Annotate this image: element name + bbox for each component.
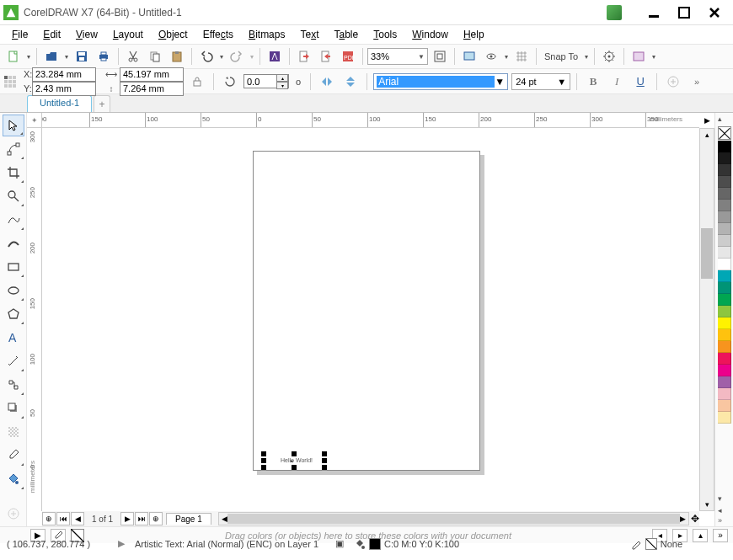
color-swatch[interactable] — [718, 282, 731, 294]
hscroll-thumb[interactable] — [227, 514, 680, 524]
preview-dropdown[interactable]: ▾ — [503, 53, 510, 61]
ellipse-tool[interactable] — [3, 280, 24, 301]
palette-scroll-up[interactable]: ▴ — [718, 115, 722, 123]
color-swatch[interactable] — [718, 365, 731, 376]
new-button[interactable] — [3, 46, 24, 67]
text-tool[interactable]: A — [3, 327, 24, 349]
palette-scroll-down[interactable]: ▾ — [718, 494, 722, 503]
color-swatch[interactable] — [718, 211, 731, 223]
publish-pdf-button[interactable]: PDF — [338, 46, 358, 67]
add-page-button[interactable]: ⊕ — [42, 512, 56, 525]
zoom-combo[interactable]: 33%▼ — [367, 48, 428, 65]
freehand-tool[interactable] — [3, 209, 24, 231]
color-swatch[interactable] — [718, 247, 731, 259]
menu-view[interactable]: View — [69, 27, 104, 42]
sel-handle[interactable] — [261, 465, 266, 470]
italic-button[interactable]: I — [607, 72, 627, 92]
fill-indicator[interactable]: C:0 M:0 Y:0 K:100 — [354, 538, 459, 550]
zoom-tool[interactable] — [3, 185, 24, 207]
menu-layout[interactable]: Layout — [106, 27, 150, 42]
show-grid-button[interactable] — [511, 46, 532, 67]
color-swatch[interactable] — [718, 294, 731, 306]
crop-tool[interactable] — [3, 162, 24, 184]
sel-handle[interactable] — [322, 465, 327, 470]
color-swatch[interactable] — [718, 259, 731, 270]
eyedropper-tool[interactable] — [3, 445, 24, 467]
interactive-fill-tool[interactable] — [3, 468, 24, 490]
close-button[interactable] — [699, 1, 730, 24]
ruler-origin[interactable]: ✦ — [27, 113, 42, 128]
color-swatch[interactable] — [718, 400, 731, 412]
sel-handle[interactable] — [292, 465, 297, 470]
menu-edit[interactable]: Edit — [36, 27, 67, 42]
app-launcher-button[interactable] — [629, 46, 649, 67]
connector-tool[interactable] — [3, 374, 24, 396]
color-swatch[interactable] — [718, 152, 731, 164]
sel-handle[interactable] — [322, 451, 327, 456]
menu-help[interactable]: Help — [457, 27, 491, 42]
options-button[interactable] — [599, 46, 619, 67]
sel-handle[interactable] — [322, 458, 327, 463]
print-button[interactable] — [94, 46, 114, 67]
copy-button[interactable] — [145, 46, 165, 67]
undo-button[interactable] — [196, 46, 217, 67]
pick-tool[interactable] — [3, 115, 24, 136]
underline-button[interactable]: U — [630, 72, 650, 92]
new-dropdown[interactable]: ▾ — [25, 53, 32, 61]
add-button[interactable] — [663, 72, 683, 92]
show-rulers-button[interactable] — [481, 46, 501, 67]
color-swatch[interactable] — [718, 141, 731, 152]
menu-window[interactable]: Window — [405, 27, 455, 42]
menu-effects[interactable]: Effects — [196, 27, 240, 42]
overflow-button[interactable]: » — [687, 72, 707, 92]
sel-handle[interactable] — [261, 458, 266, 463]
view-nav-button[interactable]: ▶ — [699, 113, 714, 128]
search-content-button[interactable] — [265, 46, 285, 67]
last-page-button[interactable]: ⏭ — [135, 512, 148, 525]
h-input[interactable]: 7.264 mm — [120, 82, 184, 96]
vscroll-down[interactable]: ▾ — [700, 499, 714, 510]
font-combo[interactable]: Arial ▼ — [373, 73, 508, 90]
color-swatch[interactable] — [718, 329, 731, 341]
add-doc-tab[interactable]: + — [94, 95, 110, 112]
outline-indicator[interactable]: None — [630, 538, 682, 550]
color-swatch[interactable] — [718, 412, 731, 424]
import-button[interactable] — [294, 46, 314, 67]
fullscreen-preview-button[interactable] — [459, 46, 479, 67]
open-dropdown[interactable]: ▾ — [63, 53, 70, 61]
maximize-button[interactable] — [669, 1, 699, 24]
menu-text[interactable]: Text — [293, 27, 325, 42]
color-swatch[interactable] — [718, 188, 731, 200]
vertical-scrollbar[interactable]: ▴ ▾ — [699, 128, 714, 511]
y-input[interactable]: 2.43 mm — [32, 82, 96, 96]
color-swatch[interactable] — [718, 376, 731, 388]
vscroll-up[interactable]: ▴ — [700, 129, 714, 141]
first-page-button[interactable]: ⏮ — [56, 512, 70, 525]
lock-ratio-button[interactable] — [187, 72, 207, 92]
bold-button[interactable]: B — [583, 72, 603, 92]
navigator-button[interactable]: ✥ — [691, 513, 699, 525]
status-snap-icon[interactable]: ▣ — [335, 538, 344, 549]
mirror-v-button[interactable] — [340, 72, 361, 92]
artistic-text-object[interactable]: Hello World! — [281, 456, 313, 464]
zoom-fit-button[interactable] — [430, 46, 450, 67]
color-swatch[interactable] — [718, 235, 731, 247]
page-tab[interactable]: Page 1 — [166, 513, 211, 525]
color-swatch[interactable] — [718, 388, 731, 400]
add-page-after-button[interactable]: ⊕ — [149, 512, 163, 525]
color-swatch[interactable] — [718, 270, 731, 282]
color-swatch[interactable] — [718, 317, 731, 329]
quick-customize-button[interactable] — [3, 503, 24, 525]
menu-object[interactable]: Object — [152, 27, 195, 42]
redo-button[interactable] — [227, 46, 247, 67]
menu-file[interactable]: File — [5, 27, 35, 42]
cut-button[interactable] — [123, 46, 143, 67]
prev-page-button[interactable]: ◀ — [71, 512, 84, 525]
undo-dropdown[interactable]: ▾ — [218, 53, 225, 61]
shape-tool[interactable] — [3, 138, 24, 160]
launcher-dropdown[interactable]: ▾ — [650, 53, 657, 61]
transparency-tool[interactable] — [3, 421, 24, 443]
font-size-combo[interactable]: 24 pt ▼ — [511, 73, 570, 90]
save-button[interactable] — [72, 46, 92, 67]
palette-flyout[interactable]: ◂ — [718, 506, 722, 515]
